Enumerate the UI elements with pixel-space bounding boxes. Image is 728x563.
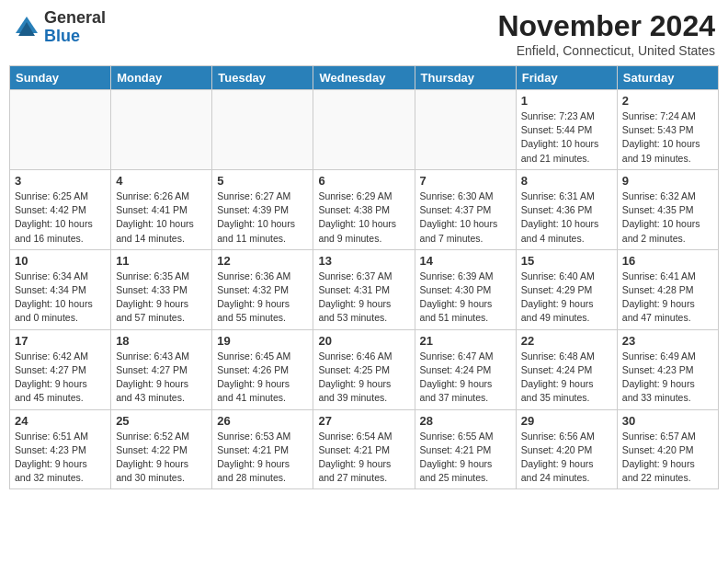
day-number: 6 <box>318 174 409 188</box>
day-detail: Sunrise: 6:37 AM Sunset: 4:31 PM Dayligh… <box>318 270 409 326</box>
calendar-cell: 1Sunrise: 7:23 AM Sunset: 5:44 PM Daylig… <box>516 90 617 170</box>
day-number: 17 <box>15 334 106 348</box>
day-detail: Sunrise: 6:54 AM Sunset: 4:21 PM Dayligh… <box>318 430 409 486</box>
day-number: 26 <box>217 414 308 428</box>
calendar-cell <box>415 90 516 170</box>
calendar-cell: 14Sunrise: 6:39 AM Sunset: 4:30 PM Dayli… <box>415 249 516 329</box>
calendar-cell: 30Sunrise: 6:57 AM Sunset: 4:20 PM Dayli… <box>617 409 718 489</box>
day-number: 21 <box>420 334 511 348</box>
day-detail: Sunrise: 6:29 AM Sunset: 4:38 PM Dayligh… <box>318 190 409 246</box>
day-detail: Sunrise: 6:32 AM Sunset: 4:35 PM Dayligh… <box>622 190 713 246</box>
calendar-cell: 17Sunrise: 6:42 AM Sunset: 4:27 PM Dayli… <box>10 329 111 409</box>
calendar-cell: 20Sunrise: 6:46 AM Sunset: 4:25 PM Dayli… <box>313 329 415 409</box>
day-detail: Sunrise: 6:45 AM Sunset: 4:26 PM Dayligh… <box>217 350 308 406</box>
calendar-cell: 25Sunrise: 6:52 AM Sunset: 4:22 PM Dayli… <box>111 409 212 489</box>
day-detail: Sunrise: 6:51 AM Sunset: 4:23 PM Dayligh… <box>15 430 106 486</box>
calendar-week-row: 1Sunrise: 7:23 AM Sunset: 5:44 PM Daylig… <box>10 90 719 170</box>
day-number: 16 <box>622 254 713 268</box>
title-block: November 2024 Enfield, Connecticut, Unit… <box>497 9 715 58</box>
day-detail: Sunrise: 6:30 AM Sunset: 4:37 PM Dayligh… <box>420 190 511 246</box>
calendar-cell: 10Sunrise: 6:34 AM Sunset: 4:34 PM Dayli… <box>10 249 111 329</box>
logo: General Blue <box>13 9 106 46</box>
logo-general-text: General <box>44 8 106 27</box>
day-number: 12 <box>217 254 308 268</box>
day-number: 18 <box>116 334 207 348</box>
calendar-cell: 5Sunrise: 6:27 AM Sunset: 4:39 PM Daylig… <box>212 169 313 249</box>
day-detail: Sunrise: 6:31 AM Sunset: 4:36 PM Dayligh… <box>521 190 612 246</box>
calendar-cell <box>212 90 313 170</box>
calendar-week-row: 24Sunrise: 6:51 AM Sunset: 4:23 PM Dayli… <box>10 409 719 489</box>
day-detail: Sunrise: 6:36 AM Sunset: 4:32 PM Dayligh… <box>217 270 308 326</box>
day-detail: Sunrise: 6:26 AM Sunset: 4:41 PM Dayligh… <box>116 190 207 246</box>
day-number: 11 <box>116 254 207 268</box>
day-detail: Sunrise: 6:39 AM Sunset: 4:30 PM Dayligh… <box>420 270 511 326</box>
day-number: 8 <box>521 174 612 188</box>
day-number: 10 <box>15 254 106 268</box>
calendar-body: 1Sunrise: 7:23 AM Sunset: 5:44 PM Daylig… <box>10 90 719 489</box>
day-detail: Sunrise: 6:47 AM Sunset: 4:24 PM Dayligh… <box>420 350 511 406</box>
day-detail: Sunrise: 6:46 AM Sunset: 4:25 PM Dayligh… <box>318 350 409 406</box>
day-detail: Sunrise: 7:23 AM Sunset: 5:44 PM Dayligh… <box>521 109 612 166</box>
logo-blue-text: Blue <box>44 27 80 45</box>
day-number: 28 <box>420 414 511 428</box>
calendar-cell <box>313 90 415 170</box>
calendar-cell: 22Sunrise: 6:48 AM Sunset: 4:24 PM Dayli… <box>516 329 617 409</box>
day-number: 5 <box>217 174 308 188</box>
day-number: 19 <box>217 334 308 348</box>
day-of-week-header: Thursday <box>415 66 516 90</box>
day-number: 2 <box>622 94 713 108</box>
logo-icon <box>13 14 40 41</box>
day-detail: Sunrise: 6:56 AM Sunset: 4:20 PM Dayligh… <box>521 430 612 486</box>
day-number: 14 <box>420 254 511 268</box>
day-detail: Sunrise: 6:27 AM Sunset: 4:39 PM Dayligh… <box>217 190 308 246</box>
calendar-cell: 24Sunrise: 6:51 AM Sunset: 4:23 PM Dayli… <box>10 409 111 489</box>
day-number: 9 <box>622 174 713 188</box>
day-detail: Sunrise: 6:48 AM Sunset: 4:24 PM Dayligh… <box>521 350 612 406</box>
calendar-cell: 15Sunrise: 6:40 AM Sunset: 4:29 PM Dayli… <box>516 249 617 329</box>
day-detail: Sunrise: 6:49 AM Sunset: 4:23 PM Dayligh… <box>622 350 713 406</box>
calendar-cell: 26Sunrise: 6:53 AM Sunset: 4:21 PM Dayli… <box>212 409 313 489</box>
calendar-cell: 13Sunrise: 6:37 AM Sunset: 4:31 PM Dayli… <box>313 249 415 329</box>
day-detail: Sunrise: 6:55 AM Sunset: 4:21 PM Dayligh… <box>420 430 511 486</box>
day-number: 22 <box>521 334 612 348</box>
day-header-row: SundayMondayTuesdayWednesdayThursdayFrid… <box>10 66 719 90</box>
day-number: 20 <box>318 334 409 348</box>
day-of-week-header: Sunday <box>10 66 111 90</box>
calendar-cell: 16Sunrise: 6:41 AM Sunset: 4:28 PM Dayli… <box>617 249 718 329</box>
page-header: General Blue November 2024 Enfield, Conn… <box>9 9 719 58</box>
day-detail: Sunrise: 6:42 AM Sunset: 4:27 PM Dayligh… <box>15 350 106 406</box>
calendar-cell: 19Sunrise: 6:45 AM Sunset: 4:26 PM Dayli… <box>212 329 313 409</box>
calendar-week-row: 3Sunrise: 6:25 AM Sunset: 4:42 PM Daylig… <box>10 169 719 249</box>
calendar-cell: 18Sunrise: 6:43 AM Sunset: 4:27 PM Dayli… <box>111 329 212 409</box>
calendar-table: SundayMondayTuesdayWednesdayThursdayFrid… <box>9 65 719 489</box>
calendar-cell <box>10 90 111 170</box>
day-detail: Sunrise: 6:43 AM Sunset: 4:27 PM Dayligh… <box>116 350 207 406</box>
day-of-week-header: Saturday <box>617 66 718 90</box>
day-of-week-header: Wednesday <box>313 66 415 90</box>
calendar-cell: 27Sunrise: 6:54 AM Sunset: 4:21 PM Dayli… <box>313 409 415 489</box>
calendar-week-row: 17Sunrise: 6:42 AM Sunset: 4:27 PM Dayli… <box>10 329 719 409</box>
calendar-cell: 12Sunrise: 6:36 AM Sunset: 4:32 PM Dayli… <box>212 249 313 329</box>
calendar-cell: 8Sunrise: 6:31 AM Sunset: 4:36 PM Daylig… <box>516 169 617 249</box>
day-number: 7 <box>420 174 511 188</box>
calendar-cell: 4Sunrise: 6:26 AM Sunset: 4:41 PM Daylig… <box>111 169 212 249</box>
month-title: November 2024 <box>497 9 715 43</box>
day-of-week-header: Tuesday <box>212 66 313 90</box>
calendar-cell <box>111 90 212 170</box>
day-number: 30 <box>622 414 713 428</box>
calendar-cell: 21Sunrise: 6:47 AM Sunset: 4:24 PM Dayli… <box>415 329 516 409</box>
calendar-cell: 6Sunrise: 6:29 AM Sunset: 4:38 PM Daylig… <box>313 169 415 249</box>
day-detail: Sunrise: 6:35 AM Sunset: 4:33 PM Dayligh… <box>116 270 207 326</box>
calendar-cell: 2Sunrise: 7:24 AM Sunset: 5:43 PM Daylig… <box>617 90 718 170</box>
day-detail: Sunrise: 6:52 AM Sunset: 4:22 PM Dayligh… <box>116 430 207 486</box>
calendar-cell: 29Sunrise: 6:56 AM Sunset: 4:20 PM Dayli… <box>516 409 617 489</box>
location-subtitle: Enfield, Connecticut, United States <box>497 43 715 58</box>
day-number: 1 <box>521 94 612 108</box>
day-number: 3 <box>15 174 106 188</box>
day-detail: Sunrise: 6:25 AM Sunset: 4:42 PM Dayligh… <box>15 190 106 246</box>
day-of-week-header: Monday <box>111 66 212 90</box>
calendar-week-row: 10Sunrise: 6:34 AM Sunset: 4:34 PM Dayli… <box>10 249 719 329</box>
day-number: 13 <box>318 254 409 268</box>
day-detail: Sunrise: 6:34 AM Sunset: 4:34 PM Dayligh… <box>15 270 106 326</box>
day-number: 29 <box>521 414 612 428</box>
